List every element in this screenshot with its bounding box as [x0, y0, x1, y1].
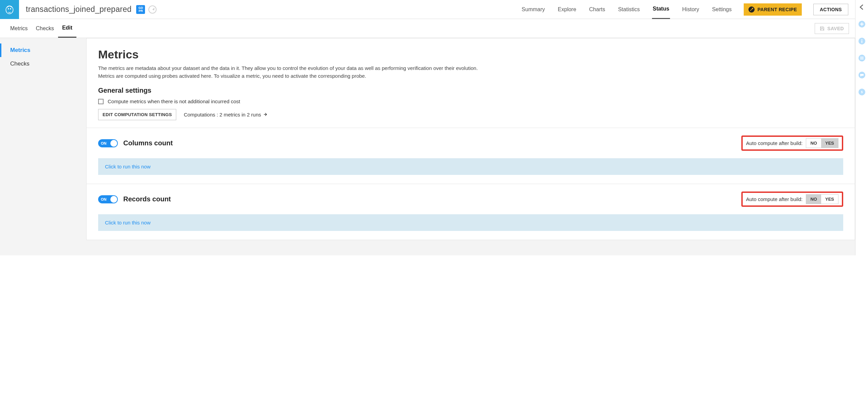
svg-rect-9 [860, 58, 864, 58]
toggle-columns-count[interactable]: ON [98, 139, 118, 147]
saved-indicator: SAVED [815, 23, 849, 34]
saved-label: SAVED [827, 26, 844, 31]
toggle-on-label-2: ON [101, 197, 107, 201]
metric-title-columns: Columns count [123, 139, 173, 147]
collapse-rail-icon[interactable] [858, 3, 866, 11]
tab-status[interactable]: Status [652, 0, 670, 19]
auto-yes-records[interactable]: YES [821, 195, 838, 204]
gdpr-badge[interactable]: GD PR [136, 5, 145, 14]
parent-recipe-label: PARENT RECIPE [757, 7, 797, 12]
svg-point-2 [10, 8, 11, 9]
auto-no-columns[interactable]: NO [806, 139, 821, 148]
list-icon[interactable] [858, 54, 866, 62]
edit-computation-settings-button[interactable]: EDIT COMPUTATION SETTINGS [98, 109, 176, 120]
page-title: Metrics [98, 48, 843, 61]
recipe-icon [748, 6, 755, 13]
metric-columns-count: ON Columns count Auto compute after buil… [87, 128, 855, 184]
auto-compute-toggle-records[interactable]: NO YES [806, 194, 838, 204]
dataset-title: transactions_joined_prepared [26, 5, 131, 14]
bolt-icon[interactable] [858, 88, 866, 96]
tab-explore[interactable]: Explore [557, 0, 577, 19]
auto-compute-label: Auto compute after build: [746, 140, 803, 146]
leftnav-metrics[interactable]: Metrics [0, 43, 86, 57]
compass-icon[interactable] [148, 5, 157, 14]
svg-point-1 [8, 8, 9, 9]
svg-rect-10 [860, 59, 864, 59]
toggle-records-count[interactable]: ON [98, 195, 118, 203]
left-nav: Metrics Checks [0, 38, 86, 255]
chat-icon[interactable] [858, 71, 866, 79]
toggle-on-label: ON [101, 141, 107, 145]
run-now-columns[interactable]: Click to run this now [98, 158, 843, 175]
compute-metrics-label: Compute metrics when there is not additi… [108, 98, 240, 104]
tab-summary[interactable]: Summary [521, 0, 545, 19]
auto-compute-box-records: Auto compute after build: NO YES [741, 192, 843, 207]
auto-yes-columns[interactable]: YES [821, 139, 838, 148]
arrow-right-icon[interactable] [263, 112, 267, 117]
computations-text: Computations : 2 metrics in 2 runs [184, 112, 261, 117]
tab-statistics[interactable]: Statistics [617, 0, 640, 19]
actions-button[interactable]: ACTIONS [813, 4, 848, 15]
auto-compute-box-columns: Auto compute after build: NO YES [741, 135, 843, 151]
leftnav-checks[interactable]: Checks [0, 57, 86, 71]
parent-recipe-button[interactable]: PARENT RECIPE [744, 3, 801, 16]
subtab-edit[interactable]: Edit [58, 19, 76, 38]
auto-compute-label-2: Auto compute after build: [746, 196, 803, 202]
save-icon [820, 26, 825, 31]
compute-metrics-checkbox[interactable] [98, 99, 104, 104]
metric-title-records: Records count [123, 195, 171, 203]
add-icon[interactable] [858, 20, 866, 28]
general-settings-heading: General settings [98, 87, 843, 94]
gdpr-line2: PR [139, 10, 143, 13]
tab-charts[interactable]: Charts [589, 0, 606, 19]
svg-rect-6 [861, 41, 862, 43]
top-header: transactions_joined_prepared GD PR Summa… [0, 0, 855, 19]
sub-tab-row: Metrics Checks Edit SAVED [0, 19, 855, 38]
auto-compute-toggle-columns[interactable]: NO YES [806, 138, 838, 148]
tab-settings[interactable]: Settings [711, 0, 733, 19]
top-tabs: Summary Explore Charts Statistics Status… [521, 0, 855, 19]
subtab-checks[interactable]: Checks [32, 20, 58, 37]
page-description: The metrics are metadata about your data… [98, 65, 478, 80]
tab-history[interactable]: History [682, 0, 700, 19]
right-rail [855, 0, 868, 255]
svg-point-5 [861, 39, 862, 40]
info-icon[interactable] [858, 37, 866, 45]
auto-no-records[interactable]: NO [806, 195, 821, 204]
metric-records-count: ON Records count Auto compute after buil… [87, 184, 855, 240]
svg-rect-8 [860, 57, 864, 57]
postgres-logo-icon [0, 0, 19, 19]
subtab-metrics[interactable]: Metrics [6, 20, 32, 37]
run-now-records[interactable]: Click to run this now [98, 214, 843, 231]
